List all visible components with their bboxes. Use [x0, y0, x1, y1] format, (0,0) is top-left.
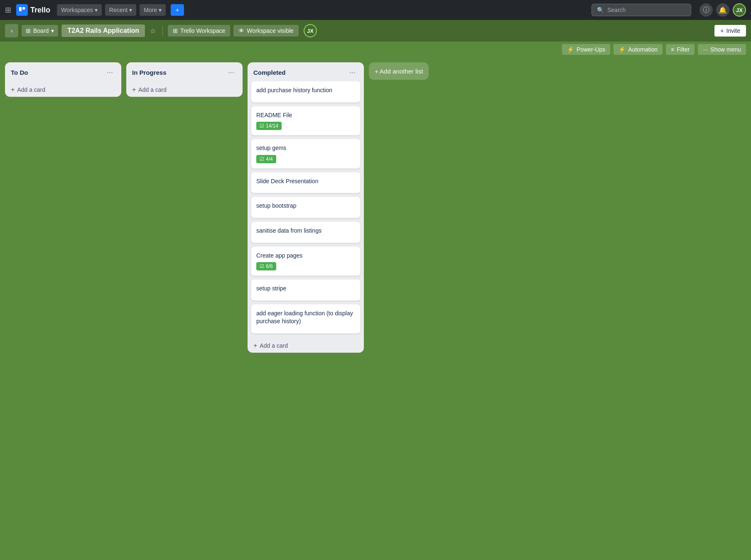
top-navigation: ⊞ Trello Workspaces ▾ Recent ▾ More ▾ + … [0, 0, 751, 20]
search-bar[interactable]: 🔍 [591, 4, 691, 16]
info-button[interactable]: ⓘ [699, 3, 713, 17]
star-icon: ☆ [150, 27, 156, 34]
add-card-label: Add a card [17, 86, 45, 93]
add-card-button-inprogress[interactable]: +Add a card [126, 83, 243, 97]
power-ups-label: Power-Ups [577, 46, 605, 53]
badge-b3: ☑6/6 [256, 262, 276, 270]
card-badges-c7: ☑6/6 [256, 262, 355, 270]
card-title-c1: add purchase history function [256, 86, 355, 95]
card-title-c8: setup stripe [256, 285, 355, 293]
card-title-c2: README File [256, 111, 355, 120]
table-row[interactable]: Create app pages☑6/6 [251, 246, 361, 276]
checklist-icon-b2: ☑ [260, 156, 264, 162]
recent-chevron-icon: ▾ [129, 7, 132, 13]
search-input[interactable] [607, 7, 686, 13]
add-card-button-todo[interactable]: +Add a card [5, 83, 121, 97]
add-column-button[interactable]: + Add another list [369, 62, 429, 80]
badge-b1: ☑14/14 [256, 122, 282, 130]
plus-icon: + [11, 86, 15, 93]
column-menu-button-completed[interactable]: ··· [347, 67, 358, 78]
column-title-completed: Completed [253, 69, 286, 76]
plus-icon: + [253, 342, 257, 349]
svg-rect-0 [19, 7, 22, 11]
sidebar-toggle-button[interactable]: › [5, 24, 18, 37]
column-completed: Completed···add purchase history functio… [248, 62, 364, 353]
badge-label-b2: 4/4 [266, 156, 273, 162]
recent-button[interactable]: Recent ▾ [105, 4, 136, 16]
checklist-icon-b3: ☑ [260, 263, 264, 269]
filter-icon: ≡ [671, 46, 674, 53]
workspace-button[interactable]: ⊞ Trello Workspace [168, 25, 230, 37]
show-menu-label: Show menu [710, 46, 741, 53]
table-row[interactable]: add eager loading function (to display p… [251, 304, 361, 334]
column-inprogress: In Progress···+Add a card [126, 62, 243, 97]
power-ups-icon: ⚡ [567, 46, 574, 53]
column-menu-button-todo[interactable]: ··· [104, 67, 115, 78]
workspaces-button[interactable]: Workspaces ▾ [57, 4, 102, 16]
add-card-button-completed[interactable]: +Add a card [248, 339, 364, 353]
table-row[interactable]: Slide Deck Presentation [251, 172, 361, 194]
board-view-button[interactable]: ⊞ Board ▾ [22, 25, 58, 37]
create-icon: + [176, 7, 179, 13]
board-content: To Do···+Add a cardIn Progress···+Add a … [0, 57, 751, 556]
card-title-c5: setup bootstrap [256, 202, 355, 210]
power-ups-button[interactable]: ⚡ Power-Ups [562, 44, 610, 55]
invite-label: Invite [726, 27, 740, 34]
column-header-todo: To Do··· [5, 62, 121, 81]
column-title-inprogress: In Progress [132, 69, 167, 76]
create-button[interactable]: + [171, 4, 184, 16]
column-menu-button-inprogress[interactable]: ··· [226, 67, 237, 78]
cards-container-completed: add purchase history functionREADME File… [248, 81, 364, 337]
board-view-chevron-icon: ▾ [51, 27, 54, 34]
more-label: More [144, 7, 157, 13]
column-todo: To Do···+Add a card [5, 62, 121, 97]
column-header-inprogress: In Progress··· [126, 62, 243, 81]
badge-label-b3: 6/6 [266, 263, 273, 269]
table-row[interactable]: README File☑14/14 [251, 106, 361, 136]
bell-icon: 🔔 [719, 6, 727, 14]
chevron-right-icon: › [11, 27, 13, 34]
automation-icon: ⚡ [618, 46, 626, 53]
user-avatar[interactable]: JX [733, 3, 746, 17]
workspace-visible-label: Workspace visible [247, 27, 294, 34]
info-icon: ⓘ [703, 6, 709, 15]
table-row[interactable]: setup bootstrap [251, 196, 361, 218]
table-row[interactable]: sanitise data from listings [251, 221, 361, 243]
filter-label: Filter [677, 46, 690, 53]
add-card-label: Add a card [138, 86, 167, 93]
card-title-c7: Create app pages [256, 252, 355, 260]
more-button[interactable]: More ▾ [140, 4, 166, 16]
star-button[interactable]: ☆ [148, 25, 157, 37]
grid-icon[interactable]: ⊞ [5, 5, 11, 15]
badge-b2: ☑4/4 [256, 155, 276, 163]
table-row[interactable]: setup gems☑4/4 [251, 139, 361, 169]
eye-icon: 👁 [238, 27, 244, 34]
workspace-label: Trello Workspace [180, 27, 225, 34]
board-title: T2A2 Rails Application [67, 27, 139, 34]
table-row[interactable]: add purchase history function [251, 81, 361, 103]
svg-rect-1 [22, 7, 25, 10]
filter-button[interactable]: ≡ Filter [666, 44, 695, 55]
card-title-c6: sanitise data from listings [256, 227, 355, 235]
automation-button[interactable]: ⚡ Automation [614, 44, 663, 55]
board-icon: ⊞ [26, 27, 31, 34]
column-header-completed: Completed··· [248, 62, 364, 81]
nav-icon-group: ⓘ 🔔 JX [699, 3, 746, 17]
column-title-todo: To Do [11, 69, 28, 76]
board-title-button[interactable]: T2A2 Rails Application [61, 25, 145, 37]
more-chevron-icon: ▾ [159, 7, 162, 13]
notifications-button[interactable]: 🔔 [716, 3, 729, 17]
show-menu-button[interactable]: ··· Show menu [698, 44, 746, 55]
card-badges-c3: ☑4/4 [256, 155, 355, 163]
card-title-c9: add eager loading function (to display p… [256, 309, 355, 326]
checklist-icon-b1: ☑ [260, 123, 264, 129]
header-divider [162, 26, 163, 36]
workspace-visible-button[interactable]: 👁 Workspace visible [233, 25, 299, 37]
invite-button[interactable]: + Invite [714, 25, 746, 37]
trello-logo[interactable]: Trello [16, 4, 50, 16]
board-user-avatar[interactable]: JX [304, 24, 317, 37]
add-card-label: Add a card [260, 342, 288, 349]
table-row[interactable]: setup stripe [251, 279, 361, 301]
ellipsis-icon: ··· [703, 46, 708, 53]
badge-label-b1: 14/14 [266, 123, 278, 129]
